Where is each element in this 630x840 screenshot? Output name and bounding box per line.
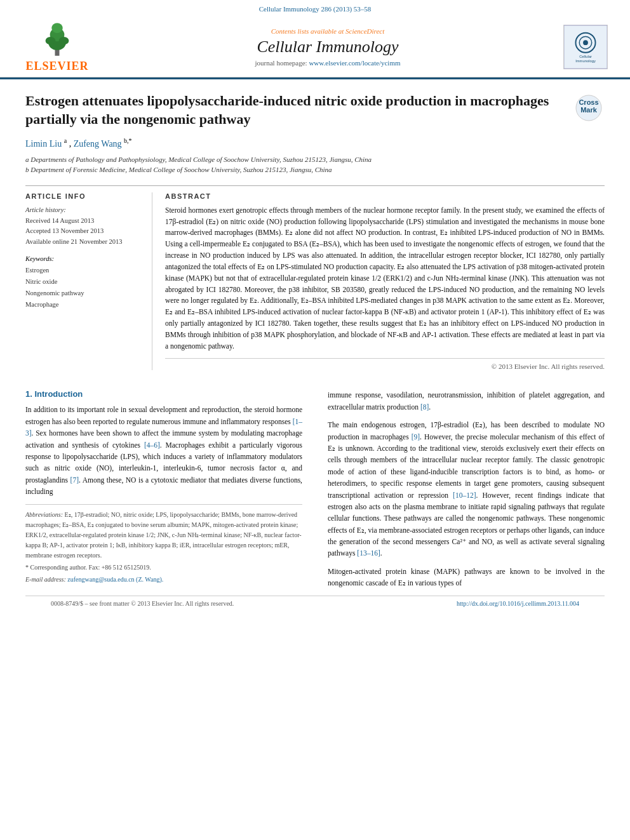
journal-logo-right: Cellular Immunology <box>560 25 611 69</box>
bottom-bar: 0008-8749/$ – see front matter © 2013 El… <box>25 596 605 611</box>
ref-7[interactable]: [7] <box>70 476 79 484</box>
page: Cellular Immunology 286 (2013) 53–58 ELS… <box>0 0 630 840</box>
intro-para2: immune response, vasodilation, neurotran… <box>328 389 605 413</box>
article-title: Estrogen attenuates lipopolysaccharide-i… <box>25 92 605 128</box>
ref-4-6[interactable]: [4–6] <box>144 441 160 449</box>
ref-13-16[interactable]: [13–16] <box>357 549 380 557</box>
affiliations: a Departments of Pathology and Pathophys… <box>25 154 605 175</box>
copyright-line: © 2013 Elsevier Inc. All rights reserved… <box>165 358 605 370</box>
ref-9[interactable]: [9] <box>412 433 420 441</box>
author2[interactable]: Zufeng Wang <box>74 139 122 149</box>
journal-header: Cellular Immunology 286 (2013) 53–58 ELS… <box>0 0 630 77</box>
elsevier-text: ELSEVIER <box>25 60 88 73</box>
keywords-label: Keywords: <box>25 255 143 262</box>
ref-1-3[interactable]: [1–3] <box>25 418 302 437</box>
journal-center: Contents lists available at ScienceDirec… <box>95 27 560 67</box>
synthesis-word: synthesis <box>72 441 99 449</box>
article-info-abstract: ARTICLE INFO Article history: Received 1… <box>25 185 605 371</box>
keyword-macrophage: Macrophage <box>25 299 143 310</box>
journal-meta-top: Cellular Immunology 286 (2013) 53–58 <box>13 5 617 13</box>
received-date: Received 14 August 2013 <box>25 216 143 227</box>
author1[interactable]: Limin Liu <box>25 139 62 149</box>
email-link[interactable]: zufengwang@suda.edu.cn (Z. Wang). <box>67 576 163 583</box>
abstract-text: Steroid hormones exert genotropic effect… <box>165 205 605 352</box>
crossmark[interactable]: Cross Mark <box>573 92 605 124</box>
body-section: 1. Introduction In addition to its impor… <box>25 383 605 595</box>
corresponding-note: * Corresponding author. Fax: +86 512 651… <box>25 563 302 573</box>
article-info-col: ARTICLE INFO Article history: Received 1… <box>25 192 152 371</box>
author1-sup: a <box>64 137 67 144</box>
elsevier-tree-icon <box>35 20 79 58</box>
doi-link[interactable]: http://dx.doi.org/10.1016/j.cellimm.2013… <box>457 600 579 607</box>
keyword-estrogen: Estrogen <box>25 265 143 276</box>
svg-point-9 <box>583 40 588 45</box>
homepage-link[interactable]: www.elsevier.com/locate/ycimm <box>309 59 400 67</box>
svg-point-4 <box>46 37 56 44</box>
email-line: E-mail address: zufengwang@suda.edu.cn (… <box>25 575 302 585</box>
contents-text: Contents lists available at <box>271 27 344 35</box>
keywords-list: Estrogen Nitric oxide Nongenomic pathway… <box>25 265 143 310</box>
body-right: immune response, vasodilation, neurotran… <box>321 389 605 595</box>
svg-text:Cross: Cross <box>579 98 598 106</box>
keywords-section: Keywords: Estrogen Nitric oxide Nongenom… <box>25 255 143 310</box>
svg-point-3 <box>51 23 63 33</box>
svg-point-5 <box>59 37 69 44</box>
keyword-nongenomic: Nongenomic pathway <box>25 288 143 299</box>
abbreviations-label: Abbreviations: E₂, 17β-estradiol; NO, ni… <box>25 510 302 561</box>
keyword-no: Nitric oxide <box>25 276 143 288</box>
svg-text:Cellular: Cellular <box>579 54 592 58</box>
ref-8[interactable]: [8] <box>420 403 429 411</box>
article-content: Estrogen attenuates lipopolysaccharide-i… <box>0 79 630 623</box>
history-label: Article history: <box>25 206 66 213</box>
journal-title-banner: Cellular Immunology <box>95 37 560 57</box>
authors-line: Limin Liu a , Zufeng Wang b,* <box>25 137 605 149</box>
intro-para4: Mitogen-activated protein kinase (MAPK) … <box>328 566 605 589</box>
journal-banner: ELSEVIER Contents lists available at Sci… <box>13 17 617 77</box>
intro-para3: The main endogenous estrogen, 17β-estrad… <box>328 419 605 559</box>
ci-logo: Cellular Immunology <box>563 25 608 69</box>
accepted-date: Accepted 13 November 2013 <box>25 226 143 237</box>
intro-para1: In addition to its important role in sex… <box>25 404 302 497</box>
available-date: Available online 21 November 2013 <box>25 237 143 248</box>
introduction-heading: 1. Introduction <box>25 389 302 399</box>
svg-text:Immunology: Immunology <box>575 59 596 63</box>
title-text: Estrogen attenuates lipopolysaccharide-i… <box>25 93 549 127</box>
article-history: Article history: Received 14 August 2013… <box>25 205 143 248</box>
affiliation-a: a Departments of Pathology and Pathophys… <box>25 154 605 165</box>
journal-homepage: journal homepage: www.elsevier.com/locat… <box>95 59 560 67</box>
footnotes-section: Abbreviations: E₂, 17β-estradiol; NO, ni… <box>25 504 302 585</box>
crossmark-icon: Cross Mark <box>575 95 602 121</box>
issn-text: 0008-8749/$ – see front matter © 2013 El… <box>51 600 234 607</box>
elsevier-logo: ELSEVIER <box>19 20 95 73</box>
author2-sup: b,* <box>124 137 132 144</box>
svg-text:Mark: Mark <box>580 106 598 114</box>
abstract-label: ABSTRACT <box>165 192 605 200</box>
ref-10-12[interactable]: [10–12] <box>453 491 476 499</box>
affiliation-b: b Department of Forensic Medicine, Medic… <box>25 164 605 175</box>
body-left: 1. Introduction In addition to its impor… <box>25 389 309 595</box>
science-direct-line: Contents lists available at ScienceDirec… <box>95 27 560 35</box>
science-direct-link[interactable]: ScienceDirect <box>345 27 384 35</box>
abstract-col: ABSTRACT Steroid hormones exert genotrop… <box>165 192 605 371</box>
article-info-label: ARTICLE INFO <box>25 192 143 200</box>
